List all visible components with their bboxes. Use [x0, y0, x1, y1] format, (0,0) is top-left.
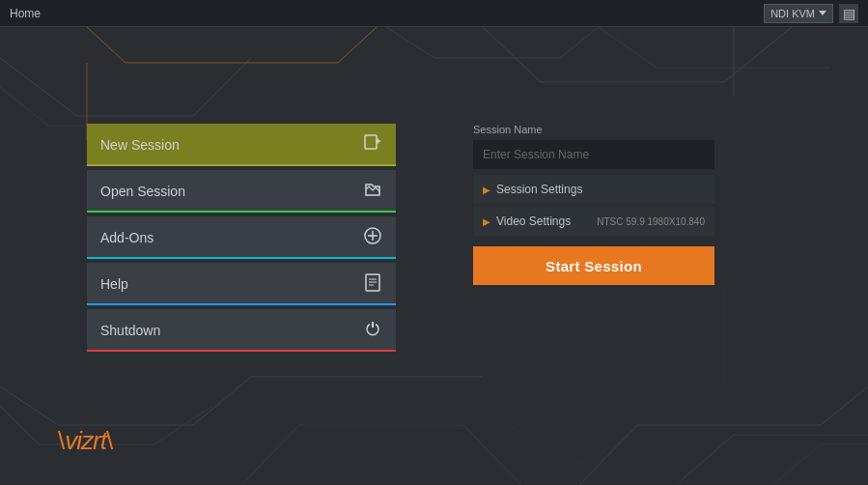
shutdown-label: Shutdown: [100, 323, 160, 338]
vizrt-logo: \vizrt\: [58, 426, 113, 456]
open-session-label: Open Session: [100, 184, 185, 199]
new-session-icon: [363, 133, 382, 157]
video-settings-value: NTSC 59.9 1980X10.840: [597, 216, 705, 227]
top-bar: Home NDI KVM ▤: [0, 0, 868, 27]
right-panel: Session Name ▶ Session Settings ▶ Video …: [473, 124, 714, 285]
session-settings-arrow-icon: ▶: [483, 185, 490, 195]
video-settings-arrow-icon: ▶: [483, 216, 490, 227]
shutdown-button[interactable]: Shutdown: [87, 309, 396, 352]
help-icon: [363, 272, 382, 296]
shutdown-icon: [363, 319, 382, 342]
open-session-icon: [363, 180, 382, 203]
settings-icon[interactable]: ▤: [839, 4, 858, 23]
session-settings-row[interactable]: ▶ Session Settings: [473, 175, 714, 204]
new-session-button[interactable]: New Session: [87, 124, 396, 166]
new-session-label: New Session: [100, 137, 180, 153]
page-title: Home: [10, 7, 41, 20]
help-button[interactable]: Help: [87, 263, 396, 305]
start-session-button[interactable]: Start Session: [473, 246, 714, 285]
video-settings-row[interactable]: ▶ Video Settings NTSC 59.9 1980X10.840: [473, 207, 714, 236]
add-ons-label: Add-Ons: [100, 230, 154, 245]
vizrt-bracket-right: \: [106, 426, 113, 455]
session-name-input[interactable]: [473, 140, 714, 169]
dropdown-arrow-icon: [819, 11, 826, 15]
help-label: Help: [100, 276, 128, 292]
session-settings-label: Session Settings: [496, 183, 582, 196]
video-settings-label: Video Settings: [496, 214, 571, 228]
top-bar-controls: NDI KVM ▤: [764, 4, 858, 23]
session-name-label: Session Name: [473, 124, 714, 135]
open-session-button[interactable]: Open Session: [87, 170, 396, 213]
add-ons-button[interactable]: Add-Ons: [87, 216, 396, 259]
ndi-kvm-dropdown[interactable]: NDI KVM: [764, 4, 833, 23]
left-menu: New Session Open Session Add-Ons: [87, 124, 396, 352]
vizrt-brand: vizrt: [65, 426, 106, 455]
add-ons-icon: [363, 226, 382, 249]
main-content: New Session Open Session Add-Ons: [0, 27, 868, 485]
ndi-kvm-label: NDI KVM: [770, 8, 815, 19]
svg-rect-4: [365, 135, 377, 149]
